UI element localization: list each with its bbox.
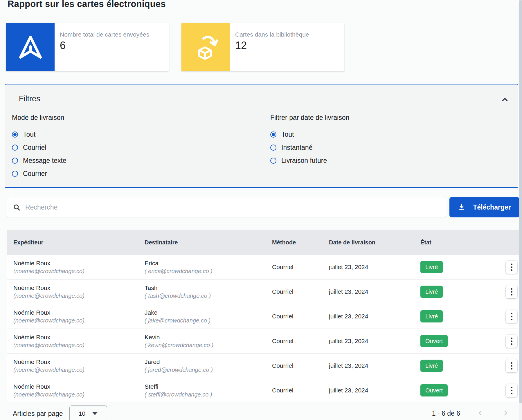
table-row: Noémie Roux (noemie@crowdchange.co) Stef… — [7, 378, 519, 403]
stat-label: Nombre total de cartes envoyées — [60, 31, 149, 38]
items-per-page-label: Articles par page — [13, 410, 63, 418]
status-cell: Livré — [420, 261, 497, 273]
radio-option: Instantané — [270, 141, 518, 154]
scrollbar-thumb[interactable] — [519, 0, 522, 403]
table-footer: Articles par page 10 1 - 6 de 6 — [7, 403, 519, 420]
column-header-recipient: Destinataire — [145, 239, 272, 246]
status-badge: Livré — [420, 360, 443, 372]
column-header-date: Date de livraison — [329, 239, 420, 246]
table-body: Noémie Roux (noemie@crowdchange.co) Eric… — [7, 255, 519, 403]
chevron-up-icon[interactable] — [498, 93, 511, 106]
row-actions-menu-button[interactable] — [506, 285, 517, 298]
filters-panel: Filtres Mode de livraison Tout — [5, 84, 518, 188]
sender-name: Noémie Roux — [13, 358, 145, 366]
table-row: Noémie Roux (noemie@crowdchange.co) Eric… — [7, 255, 519, 280]
radio-button[interactable] — [12, 145, 18, 151]
recipient-name: Kevin — [145, 333, 272, 341]
radio-button[interactable] — [270, 131, 276, 138]
date-cell: juillet 23, 2024 — [329, 264, 420, 271]
items-per-page-value: 10 — [79, 410, 85, 417]
sender-cell: Noémie Roux (noemie@crowdchange.co) — [13, 259, 145, 275]
row-actions-menu-button[interactable] — [506, 384, 517, 397]
radio-option: Courrier — [12, 167, 270, 180]
sender-name: Noémie Roux — [13, 333, 145, 341]
stat-value: 12 — [235, 39, 309, 52]
row-actions-menu-button[interactable] — [506, 310, 517, 323]
recipient-email: ( jake@crowdchange.co ) — [145, 317, 272, 325]
radio-label: Livraison future — [281, 157, 327, 165]
sender-email: (noemie@crowdchange.co) — [13, 292, 145, 300]
stat-card-library: Cartes dans la bibliothèque 12 — [181, 23, 344, 71]
date-cell: juillet 23, 2024 — [329, 387, 420, 394]
row-actions-menu-button[interactable] — [506, 359, 517, 372]
recipient-email: ( kevin@crowdchange.co ) — [145, 341, 272, 349]
row-actions-menu-button[interactable] — [506, 261, 517, 274]
filter-group-delivery-date: Filtrer par date de livraison Tout Insta… — [270, 114, 518, 180]
stat-cards: Nombre total de cartes envoyées 6 Cartes… — [6, 23, 519, 71]
column-header-status: État — [420, 239, 497, 246]
sender-cell: Noémie Roux (noemie@crowdchange.co) — [13, 284, 145, 300]
recipient-name: Jared — [145, 358, 272, 366]
box-library-icon — [181, 23, 230, 71]
recipient-cell: Tash ( tash@crowdchange.co ) — [145, 284, 272, 300]
status-badge: Livré — [420, 310, 443, 322]
caret-down-icon — [92, 412, 98, 415]
filter-group-delivery-mode: Mode de livraison Tout Courriel — [12, 114, 270, 180]
filters-title: Filtres — [19, 94, 518, 103]
column-header-method: Méthode — [272, 239, 329, 246]
status-badge: Ouvert — [420, 335, 448, 347]
sender-name: Noémie Roux — [13, 284, 145, 292]
radio-label: Courrier — [23, 170, 47, 178]
sender-email: (noemie@crowdchange.co) — [13, 317, 145, 325]
sender-email: (noemie@crowdchange.co) — [13, 366, 145, 374]
send-arrow-icon — [6, 23, 55, 71]
method-cell: Courriel — [272, 362, 329, 369]
filter-group-label: Filtrer par date de livraison — [270, 114, 518, 122]
sender-name: Noémie Roux — [13, 309, 145, 317]
method-cell: Courriel — [272, 313, 329, 320]
search-icon — [13, 203, 21, 211]
radio-button[interactable] — [12, 171, 18, 177]
status-cell: Livré — [420, 360, 497, 372]
radio-button[interactable] — [270, 145, 276, 151]
status-badge: Livré — [420, 286, 443, 298]
items-per-page-select[interactable]: 10 — [69, 405, 107, 420]
search-box[interactable] — [7, 197, 446, 217]
search-input[interactable] — [25, 203, 446, 211]
sender-cell: Noémie Roux (noemie@crowdchange.co) — [13, 383, 145, 399]
recipient-cell: Jake ( jake@crowdchange.co ) — [145, 309, 272, 325]
stat-label: Cartes dans la bibliothèque — [235, 31, 309, 38]
date-cell: juillet 23, 2024 — [329, 288, 420, 295]
download-button[interactable]: Télécharger — [449, 197, 519, 217]
date-cell: juillet 23, 2024 — [329, 338, 420, 345]
radio-option: Courriel — [12, 141, 270, 154]
recipient-name: Jake — [145, 309, 272, 317]
radio-button[interactable] — [12, 131, 18, 138]
table-row: Noémie Roux (noemie@crowdchange.co) Jare… — [7, 354, 519, 378]
status-cell: Livré — [420, 286, 497, 298]
next-page-button[interactable] — [500, 409, 511, 418]
previous-page-button[interactable] — [475, 409, 486, 418]
date-cell: juillet 23, 2024 — [329, 362, 420, 369]
radio-label: Courriel — [23, 144, 46, 152]
table-header-row: Expéditeur Destinataire Méthode Date de … — [7, 230, 519, 255]
radio-option: Livraison future — [270, 154, 518, 167]
filter-group-label: Mode de livraison — [12, 114, 270, 122]
status-badge: Livré — [420, 261, 443, 273]
radio-option: Message texte — [12, 154, 270, 167]
method-cell: Courriel — [272, 288, 329, 295]
sender-email: (noemie@crowdchange.co) — [13, 341, 145, 349]
page-scrollbar[interactable] — [519, 0, 522, 420]
radio-option: Tout — [12, 128, 270, 141]
sender-email: (noemie@crowdchange.co) — [13, 267, 145, 275]
sender-name: Noémie Roux — [13, 383, 145, 391]
radio-button[interactable] — [270, 158, 276, 164]
download-icon — [458, 203, 465, 211]
method-cell: Courriel — [272, 264, 329, 271]
date-cell: juillet 23, 2024 — [329, 313, 420, 320]
table-row: Noémie Roux (noemie@crowdchange.co) Kevi… — [7, 329, 519, 354]
recipient-email: ( tash@crowdchange.co ) — [145, 292, 272, 300]
row-actions-menu-button[interactable] — [506, 335, 517, 348]
radio-button[interactable] — [12, 158, 18, 164]
radio-label: Tout — [23, 131, 35, 138]
